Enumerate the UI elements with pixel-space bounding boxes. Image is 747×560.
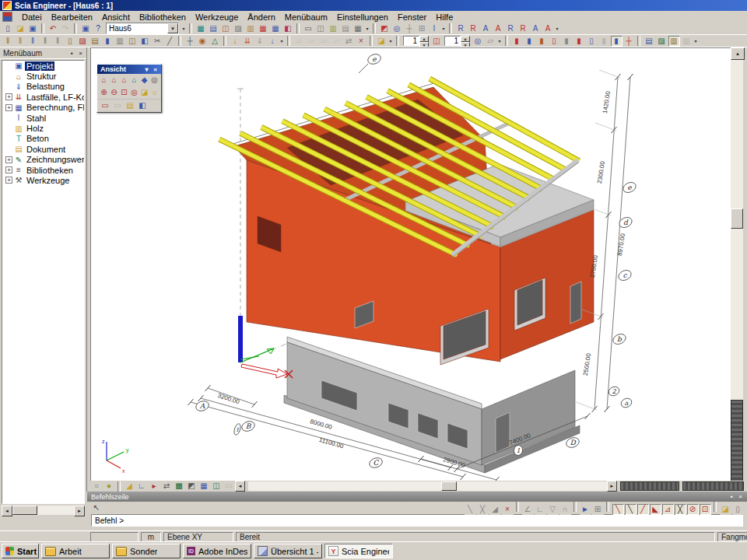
mesh-view-icon[interactable]: ▨ bbox=[656, 36, 668, 47]
calc-3-icon[interactable]: ▱ bbox=[318, 36, 330, 47]
check-a2-icon[interactable]: A bbox=[493, 23, 504, 34]
result-b-icon[interactable]: ▯ bbox=[586, 36, 598, 47]
expand-icon[interactable]: + bbox=[5, 166, 12, 173]
check-r1-icon[interactable]: R bbox=[455, 23, 467, 34]
check-r2-icon[interactable]: R bbox=[468, 23, 479, 34]
sidebar-item-beton[interactable]: TBeton bbox=[2, 134, 84, 144]
text-cursor-icon[interactable]: I bbox=[429, 23, 440, 34]
cutout-icon[interactable]: ✂ bbox=[152, 36, 163, 47]
spin-down-icon[interactable]: ▼ bbox=[419, 42, 429, 47]
result-v-icon[interactable]: ▮ bbox=[524, 36, 535, 47]
vscroll-thumb[interactable] bbox=[731, 208, 743, 229]
clip-box-icon[interactable]: ▭ bbox=[100, 100, 111, 111]
point-load-icon[interactable]: ↓ bbox=[230, 36, 241, 47]
selection-table-icon[interactable]: ▦ bbox=[258, 23, 269, 34]
snap-cross-icon[interactable]: ╳ bbox=[477, 504, 489, 515]
snap-center-icon[interactable]: ⊘ bbox=[687, 504, 699, 515]
snap-ortho-icon[interactable]: ◣ bbox=[650, 504, 661, 515]
cursor-mode-icon[interactable]: ► bbox=[580, 504, 591, 515]
view-save-icon[interactable]: ▤ bbox=[124, 100, 136, 111]
sidebar-item-projekt[interactable]: ▣Projekt bbox=[2, 61, 84, 71]
zoom-all-icon[interactable]: ◎ bbox=[130, 87, 139, 98]
rib-icon[interactable]: ‖ bbox=[52, 36, 64, 47]
sidebar-item-lastfällelfkom[interactable]: +⇊Lastfälle, LF-Kombinatior bbox=[2, 92, 84, 102]
flag-toggle-icon[interactable]: ▸ bbox=[149, 481, 160, 492]
visibility-icon[interactable]: ◎ bbox=[472, 36, 484, 47]
render-set-icon[interactable]: ▥ bbox=[668, 36, 680, 47]
number-stepper[interactable]: 1▲▼ bbox=[444, 36, 470, 46]
menu-item-datei[interactable]: Datei bbox=[17, 12, 47, 23]
view-folder-icon[interactable]: ◪ bbox=[140, 87, 149, 98]
shadow-toggle-icon[interactable]: ◩ bbox=[186, 481, 198, 492]
check-a1-icon[interactable]: A bbox=[480, 23, 492, 34]
menu-item-menbaum[interactable]: Menübaum bbox=[280, 12, 332, 23]
menu-item-einstellungen[interactable]: Einstellungen bbox=[332, 12, 393, 23]
result-def-icon[interactable]: ▯ bbox=[549, 36, 560, 47]
snap-intersect-icon[interactable]: ╱ bbox=[637, 504, 649, 515]
save-icon[interactable]: ▣ bbox=[27, 23, 39, 34]
result-m-icon[interactable]: ▮ bbox=[536, 36, 548, 47]
palette-title-bar[interactable]: Ansicht ▾ × bbox=[97, 65, 161, 74]
dimension-toggle-icon[interactable]: ⇄ bbox=[161, 481, 173, 492]
beam-icon[interactable]: ‖ bbox=[15, 36, 26, 47]
toolbar-overflow-icon[interactable]: ▾ bbox=[279, 38, 285, 44]
taskbar-button-paint[interactable]: Übersicht 1 - Paint bbox=[254, 544, 322, 558]
toolbar-overflow-icon[interactable]: ▾ bbox=[388, 38, 394, 44]
opening-icon[interactable]: ▯ bbox=[65, 36, 76, 47]
close-icon[interactable]: × bbox=[151, 65, 160, 74]
render-off-icon[interactable]: ▥ bbox=[681, 36, 693, 47]
sidebar-item-bibliotheken[interactable]: +≡Bibliotheken bbox=[2, 165, 84, 175]
snap-corner-icon[interactable]: ◢ bbox=[489, 504, 501, 515]
print-preview-icon[interactable]: ◫ bbox=[315, 23, 327, 34]
zoom-in-icon[interactable]: ⊕ bbox=[100, 87, 109, 98]
check-a3-icon[interactable]: A bbox=[530, 23, 542, 34]
menu-item-ndern[interactable]: Ändern bbox=[243, 12, 279, 23]
wall-icon[interactable]: ▮ bbox=[102, 36, 114, 47]
project-combo[interactable]: Haus6▼ bbox=[106, 23, 179, 34]
calc-2-icon[interactable]: ▱ bbox=[306, 36, 317, 47]
taskbar-button-folder[interactable]: Sonder bbox=[112, 544, 181, 558]
subregion-icon[interactable]: ◧ bbox=[139, 36, 151, 47]
snap-triangle-icon[interactable]: ▽ bbox=[547, 504, 559, 515]
project-window-icon[interactable]: ▣ bbox=[80, 23, 92, 34]
taskbar-button-scia[interactable]: YScia Engineer - [... bbox=[324, 544, 393, 558]
sidebar-item-berechnungfene[interactable]: +▦Berechnung, FE-Netz bbox=[2, 103, 84, 113]
menu-item-fenster[interactable]: Fenster bbox=[393, 12, 431, 23]
toolbar-overflow-icon[interactable]: ▾ bbox=[554, 26, 560, 31]
member-2d-icon[interactable]: ◫ bbox=[127, 36, 139, 47]
number-stepper[interactable]: 1▲▼ bbox=[403, 36, 429, 46]
check-a4-icon[interactable]: A bbox=[542, 23, 554, 34]
expand-icon[interactable]: + bbox=[5, 104, 12, 111]
scroll-right-icon[interactable]: ► bbox=[607, 481, 617, 492]
status-plane[interactable]: Ebene XY bbox=[163, 532, 233, 542]
menu-item-werkzeuge[interactable]: Werkzeuge bbox=[191, 12, 243, 23]
haunch-beam-icon[interactable]: ‖ bbox=[40, 36, 51, 47]
snap-midpoint-icon[interactable]: ╲ bbox=[625, 504, 637, 515]
print-icon[interactable]: ▭ bbox=[303, 23, 314, 34]
check-r3-icon[interactable]: R bbox=[505, 23, 517, 34]
menu-item-bibliotheken[interactable]: Bibliotheken bbox=[135, 12, 191, 23]
hscroll-thumb[interactable] bbox=[441, 481, 457, 491]
result-c-icon[interactable]: ▮ bbox=[598, 36, 610, 47]
expand-icon[interactable]: + bbox=[5, 177, 12, 184]
clipboard-icon[interactable]: ▥ bbox=[245, 23, 257, 34]
grid-settings-icon[interactable]: ⊞ bbox=[416, 23, 428, 34]
chevron-down-icon[interactable]: ▾ bbox=[142, 65, 151, 74]
snap-perp-icon[interactable]: ∟ bbox=[535, 504, 546, 515]
column-icon[interactable]: ‖ bbox=[2, 36, 14, 47]
snap-line-icon[interactable]: ╲ bbox=[465, 504, 476, 515]
menu-item-bearbeiten[interactable]: Bearbeiten bbox=[47, 12, 97, 23]
sidebar-item-werkzeuge[interactable]: +⚒Werkzeuge bbox=[2, 175, 84, 185]
close-icon[interactable]: × bbox=[736, 492, 745, 501]
spin-down-icon[interactable]: ▼ bbox=[461, 42, 470, 47]
calc-1-icon[interactable]: ▱ bbox=[293, 36, 305, 47]
snap-angle-icon[interactable]: ∠ bbox=[522, 504, 534, 515]
volume-toggle-icon[interactable]: ▦ bbox=[198, 481, 210, 492]
toolbar-overflow-icon[interactable]: ▾ bbox=[496, 38, 503, 44]
zoom-selection-icon[interactable]: ◎ bbox=[391, 23, 403, 34]
redo-icon[interactable]: ↷ bbox=[60, 23, 72, 34]
horizontal-pan-slider-1[interactable] bbox=[620, 481, 679, 491]
project-settings-icon[interactable]: ▦ bbox=[195, 23, 207, 34]
expand-icon[interactable]: + bbox=[5, 93, 12, 100]
activity-icon[interactable]: ▨ bbox=[233, 23, 244, 34]
